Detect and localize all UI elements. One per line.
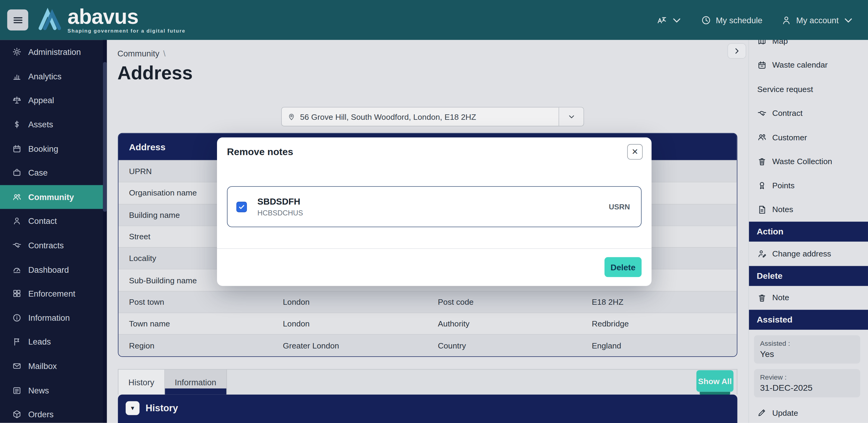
dialog-footer-divider (217, 248, 652, 249)
delete-button[interactable]: Delete (604, 257, 642, 277)
close-dialog-button[interactable]: × (627, 144, 643, 160)
note-item-code: HCBSDCHUS (257, 209, 303, 217)
note-list-item[interactable]: SBDSDFH HCBSDCHUS USRN (227, 186, 642, 227)
remove-notes-dialog: Remove notes × SBDSDFH HCBSDCHUS USRN De… (217, 138, 652, 286)
note-item-text: SBDSDFH HCBSDCHUS (257, 196, 303, 217)
note-item-tag: USRN (609, 202, 632, 211)
close-icon: × (632, 146, 638, 158)
note-checkbox[interactable] (236, 201, 247, 212)
app-viewport: abavus Shaping government for a digital … (0, 0, 868, 423)
check-icon (238, 203, 245, 210)
dialog-title: Remove notes (227, 146, 293, 158)
note-item-name: SBDSDFH (257, 196, 303, 206)
